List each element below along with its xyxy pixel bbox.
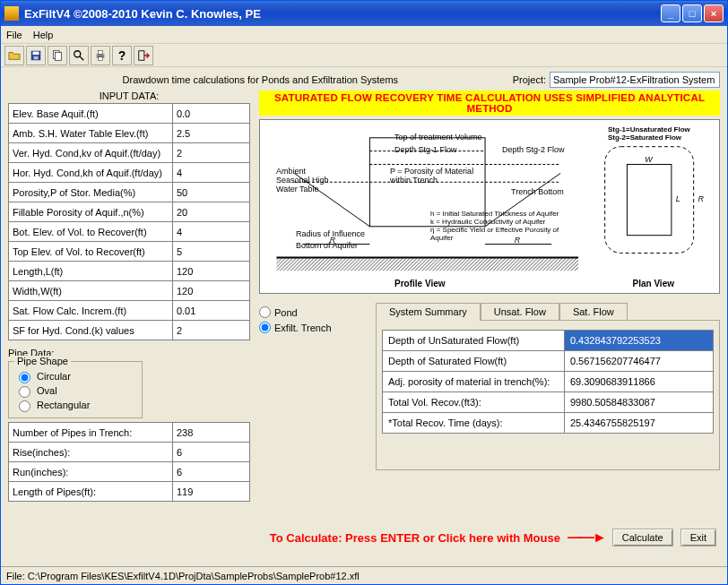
exit-toolbar-button[interactable]	[134, 46, 153, 65]
result-value: 69.3090683911866	[564, 372, 713, 392]
result-label: Total Vol. Recov.(ft3):	[383, 392, 565, 413]
open-button[interactable]	[4, 46, 24, 65]
svg-text:R: R	[698, 194, 705, 203]
pipe-shape-oval[interactable]: Oval	[14, 383, 136, 398]
dia-porosity: P = Porosity of Material within Trench	[390, 167, 480, 185]
pipe-value[interactable]: 6	[172, 443, 249, 462]
svg-rect-17	[276, 257, 578, 271]
input-label: Porosity,P of Stor. Media(%)	[9, 183, 173, 202]
help-button[interactable]: ?	[112, 46, 132, 65]
input-label: Width,W(ft)	[9, 281, 173, 301]
titlebar: ExFiltV4 ©2008-2010 Kevin C. Knowles, PE…	[1, 1, 727, 26]
menu-file[interactable]: File	[6, 30, 22, 40]
pipe-shape-rectangular[interactable]: Rectangular	[14, 398, 136, 412]
input-row: Fillable Porosity of Aquif.,n(%)20	[9, 202, 250, 222]
svg-point-5	[74, 50, 81, 56]
save-button[interactable]	[26, 46, 46, 65]
input-row: Ver. Hyd. Cond,kv of Aquif.(ft/day)2	[9, 143, 250, 163]
input-data-heading: INPUT DATA:	[8, 90, 250, 101]
input-label: Sat. Flow Calc. Increm.(ft)	[9, 301, 173, 321]
pipe-value[interactable]: 238	[172, 423, 249, 443]
dia-top-treatment: Top of treatment Volume	[394, 133, 482, 142]
input-value[interactable]: 4	[172, 163, 249, 183]
dia-trench-bottom: Trench Bottom	[511, 187, 564, 196]
input-row: Elev. Base Aquif.(ft)0.0	[9, 104, 250, 124]
result-value: 0.432843792253523	[564, 331, 713, 351]
input-label: Elev. Base Aquif.(ft)	[9, 104, 173, 124]
copy-button[interactable]	[48, 46, 67, 65]
svg-rect-9	[98, 56, 102, 60]
menu-help[interactable]: Help	[33, 30, 54, 40]
input-value[interactable]: 120	[172, 281, 249, 301]
dia-plan-label: Plan View	[632, 279, 674, 288]
pipe-label: Number of Pipes in Trench:	[9, 423, 173, 443]
input-value[interactable]: 20	[172, 202, 249, 222]
project-label: Project:	[513, 74, 546, 85]
pipe-value[interactable]: 6	[172, 462, 249, 482]
drawdown-heading: Drawdown time calculations for Ponds and…	[8, 74, 513, 85]
pipe-value[interactable]: 119	[172, 482, 249, 502]
dia-profile-label: Profile View	[394, 279, 446, 288]
input-label: Length,L(ft)	[9, 262, 173, 281]
input-value[interactable]: 2	[172, 321, 249, 340]
input-table: Elev. Base Aquif.(ft)0.0Amb. S.H. Water …	[8, 103, 250, 340]
input-value[interactable]: 4	[172, 222, 249, 242]
maximize-button[interactable]: □	[682, 4, 702, 22]
exit-button[interactable]: Exit	[680, 529, 716, 546]
menubar: File Help	[1, 26, 727, 44]
svg-rect-24	[627, 164, 671, 235]
input-value[interactable]: 2.5	[172, 124, 249, 143]
input-row: Length,L(ft)120	[9, 262, 250, 281]
tabs: System Summary Unsat. Flow Sat. Flow Dep…	[376, 303, 720, 470]
result-value: 9980.50584833087	[564, 392, 713, 413]
toolbar: ?	[1, 44, 727, 67]
result-value: 0.567156207746477	[564, 351, 713, 372]
input-label: Amb. S.H. Water Table Elev.(ft)	[9, 124, 173, 143]
tab-sat-flow[interactable]: Sat. Flow	[559, 303, 628, 320]
result-row: Total Vol. Recov.(ft3):9980.50584833087	[383, 392, 714, 413]
input-value[interactable]: 50	[172, 183, 249, 202]
input-row: Porosity,P of Stor. Media(%)50	[9, 183, 250, 202]
pipe-table: Number of Pipes in Trench:238Rise(inches…	[8, 422, 250, 502]
status-text: File: C:\Program Files\KES\ExfiltV4.1D\P…	[6, 571, 360, 581]
project-input[interactable]	[550, 72, 720, 88]
dia-radius: Radius of Influence	[296, 229, 365, 238]
input-value[interactable]: 2	[172, 143, 249, 163]
dia-depth-stg1: Depth Stg-1 Flow	[394, 145, 457, 154]
print-button[interactable]	[91, 46, 110, 65]
input-row: Width,W(ft)120	[9, 281, 250, 301]
svg-rect-4	[55, 52, 61, 60]
pipe-shape-circular[interactable]: Circular	[14, 369, 136, 383]
svg-text:W: W	[645, 155, 654, 164]
input-label: Top Elev. of Vol. to Recover(ft)	[9, 242, 173, 262]
svg-rect-8	[98, 50, 102, 54]
pipe-row: Length of Pipes(ft):119	[9, 482, 250, 502]
result-label: Depth of UnSaturated Flow(ft)	[383, 331, 565, 351]
input-value[interactable]: 120	[172, 262, 249, 281]
window-title: ExFiltV4 ©2008-2010 Kevin C. Knowles, PE	[24, 7, 661, 21]
dia-bottom-aquifer: Bottom of Aquifer	[296, 241, 358, 250]
calculate-button[interactable]: Calculate	[612, 529, 673, 546]
search-button[interactable]	[69, 46, 89, 65]
input-value[interactable]: 5	[172, 242, 249, 262]
radio-exfilt[interactable]: Exfilt. Trench	[259, 322, 358, 333]
radio-pond[interactable]: Pond	[259, 306, 358, 318]
pipe-shape-fieldset: Pipe Shape Circular Oval Rectangular	[8, 361, 143, 418]
input-row: Amb. S.H. Water Table Elev.(ft)2.5	[9, 124, 250, 143]
system-type-radios: Pond Exfilt. Trench	[259, 303, 358, 470]
tab-unsat-flow[interactable]: Unsat. Flow	[481, 303, 559, 320]
input-label: Ver. Hyd. Cond,kv of Aquif.(ft/day)	[9, 143, 173, 163]
close-button[interactable]: ×	[704, 4, 724, 22]
result-label: Depth of Saturated Flow(ft)	[383, 351, 565, 372]
result-label: Adj. porosity of material in trench(%):	[383, 372, 565, 392]
input-value[interactable]: 0.01	[172, 301, 249, 321]
tab-system-summary[interactable]: System Summary	[376, 303, 481, 321]
minimize-button[interactable]: _	[661, 4, 680, 22]
input-row: Sat. Flow Calc. Increm.(ft)0.01	[9, 301, 250, 321]
statusbar: File: C:\Program Files\KES\ExfiltV4.1D\P…	[1, 566, 727, 584]
svg-line-6	[80, 56, 83, 59]
input-row: SF for Hyd. Cond.(k) values2	[9, 321, 250, 340]
input-value[interactable]: 0.0	[172, 104, 249, 124]
pipe-label: Length of Pipes(ft):	[9, 482, 173, 502]
app-icon	[4, 6, 19, 21]
